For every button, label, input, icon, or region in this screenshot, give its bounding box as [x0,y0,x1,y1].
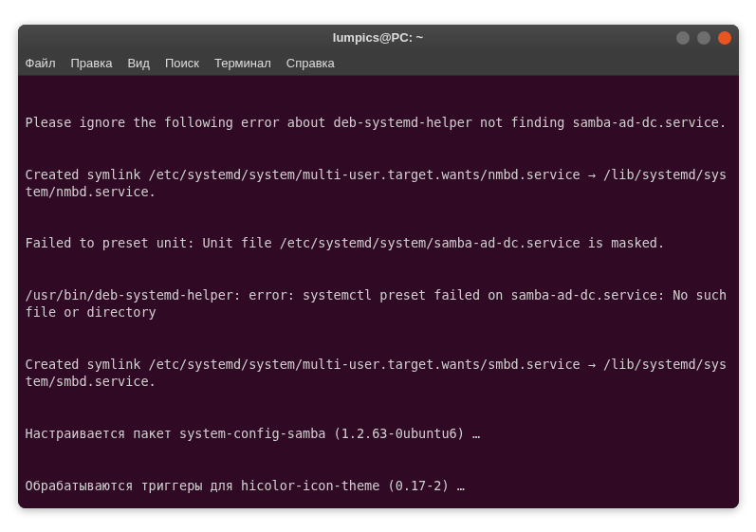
output-line: Created symlink /etc/systemd/system/mult… [26,356,731,390]
terminal-window: lumpics@PC: ~ Файл Правка Вид Поиск Терм… [18,25,739,508]
menu-view[interactable]: Вид [127,56,150,70]
menu-edit[interactable]: Правка [70,56,112,70]
menu-file[interactable]: Файл [26,56,56,70]
minimize-button[interactable] [676,31,690,45]
maximize-button[interactable] [697,31,710,45]
output-line: Failed to preset unit: Unit file /etc/sy… [26,234,731,251]
menu-terminal[interactable]: Терминал [214,56,271,70]
menubar: Файл Правка Вид Поиск Терминал Справка [18,51,739,76]
window-controls [676,31,731,45]
menu-search[interactable]: Поиск [165,56,199,70]
output-line: Настраивается пакет system-config-samba … [26,425,731,442]
window-title: lumpics@PC: ~ [333,30,423,45]
menu-help[interactable]: Справка [286,56,335,70]
titlebar: lumpics@PC: ~ [18,25,739,51]
output-line: Обрабатываются триггеры для hicolor-icon… [26,477,731,494]
output-line: /usr/bin/deb-systemd-helper: error: syst… [26,286,731,321]
output-line: Please ignore the following error about … [26,114,731,131]
terminal-output[interactable]: Please ignore the following error about … [18,76,739,508]
close-button[interactable] [718,31,731,45]
output-line: Created symlink /etc/systemd/system/mult… [26,166,731,200]
